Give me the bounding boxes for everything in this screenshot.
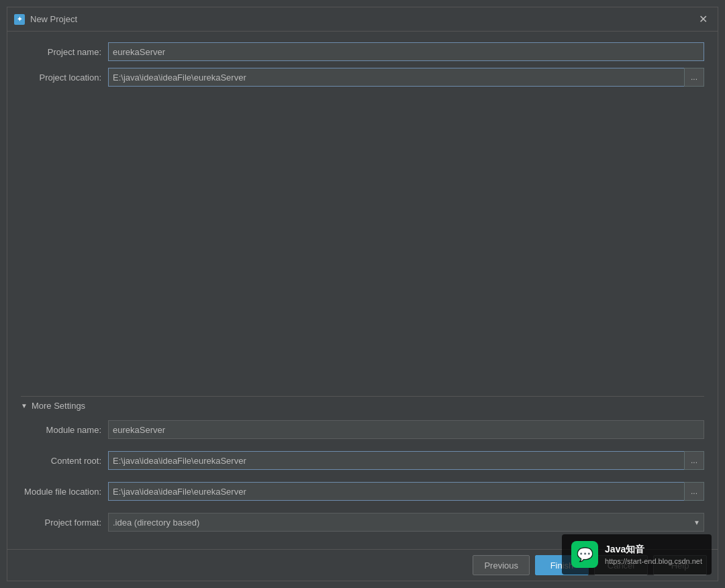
dialog-content: Project name: Project location: ... ▼ Mo… bbox=[7, 32, 718, 549]
module-name-input-wrapper: eurekaServer bbox=[108, 420, 704, 439]
watermark-icon: 💬 bbox=[571, 541, 598, 568]
project-name-row: Project name: bbox=[21, 42, 704, 61]
content-root-label: Content root: bbox=[21, 456, 108, 466]
watermark-title: Java知音 bbox=[605, 544, 702, 556]
module-file-location-input-wrapper: ... bbox=[108, 482, 704, 501]
close-button[interactable]: ✕ bbox=[695, 11, 711, 28]
more-settings-label: More Settings bbox=[32, 401, 85, 411]
watermark-text: Java知音 https://start-end.blog.csdn.net bbox=[605, 544, 702, 565]
main-area bbox=[21, 93, 704, 396]
watermark: 💬 Java知音 https://start-end.blog.csdn.net bbox=[562, 534, 712, 575]
module-file-location-label: Module file location: bbox=[21, 487, 108, 497]
more-settings-toggle[interactable]: ▼ More Settings bbox=[21, 396, 704, 415]
content-root-row: Content root: ... bbox=[21, 451, 704, 470]
project-name-label: Project name: bbox=[21, 47, 108, 57]
new-project-dialog: ✦ New Project ✕ Project name: Project lo… bbox=[7, 7, 718, 581]
module-file-location-row: Module file location: ... bbox=[21, 482, 704, 501]
project-format-select[interactable]: .idea (directory based) Eclipse (.classp… bbox=[108, 513, 704, 532]
watermark-subtitle: https://start-end.blog.csdn.net bbox=[605, 557, 702, 565]
content-root-input-wrapper: ... bbox=[108, 451, 704, 470]
project-location-input-wrapper: ... bbox=[108, 68, 704, 87]
module-name-value: eurekaServer bbox=[108, 420, 704, 439]
title-bar: ✦ New Project ✕ bbox=[7, 7, 718, 32]
more-settings-section: ▼ More Settings Module name: eurekaServe… bbox=[21, 396, 704, 538]
project-name-input-wrapper bbox=[108, 42, 704, 61]
project-format-label: Project format: bbox=[21, 518, 108, 528]
content-root-input[interactable] bbox=[108, 451, 684, 470]
module-file-location-input[interactable] bbox=[108, 482, 684, 501]
project-format-dropdown-wrapper: .idea (directory based) Eclipse (.classp… bbox=[108, 513, 704, 532]
module-file-browse-button[interactable]: ... bbox=[684, 482, 704, 501]
project-location-input[interactable] bbox=[108, 68, 684, 87]
module-name-label: Module name: bbox=[21, 425, 108, 435]
dialog-icon: ✦ bbox=[14, 14, 25, 25]
project-name-input[interactable] bbox=[108, 42, 704, 61]
content-root-browse-button[interactable]: ... bbox=[684, 451, 704, 470]
project-location-browse-button[interactable]: ... bbox=[684, 68, 704, 87]
previous-button[interactable]: Previous bbox=[473, 555, 530, 575]
dialog-title: New Project bbox=[30, 14, 695, 24]
project-location-row: Project location: ... bbox=[21, 68, 704, 87]
project-format-row: Project format: .idea (directory based) … bbox=[21, 513, 704, 532]
project-format-select-wrapper: .idea (directory based) Eclipse (.classp… bbox=[108, 513, 704, 532]
module-name-row: Module name: eurekaServer bbox=[21, 420, 704, 439]
more-settings-arrow: ▼ bbox=[21, 402, 28, 409]
project-location-label: Project location: bbox=[21, 72, 108, 83]
more-settings-content: Module name: eurekaServer Content root: … bbox=[21, 420, 704, 538]
